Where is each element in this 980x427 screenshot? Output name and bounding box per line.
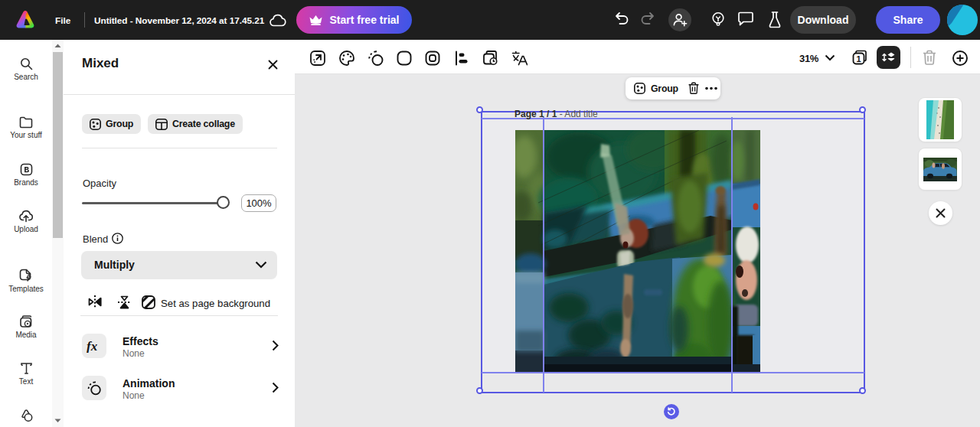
svg-text:fx: fx <box>87 339 98 353</box>
svg-text:1: 1 <box>857 54 861 64</box>
